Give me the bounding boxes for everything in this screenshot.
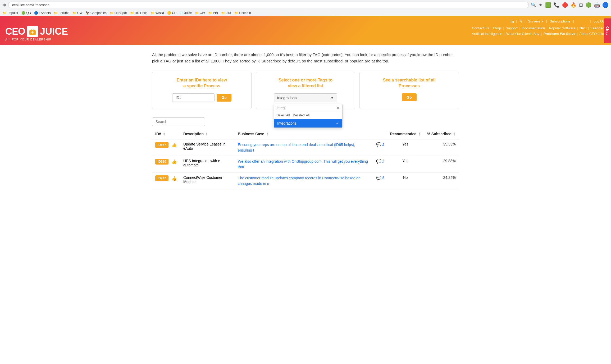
id-cell: ID667 👍 <box>152 139 180 156</box>
bookmarks-bar: 📁 Popular 🟢 QB 🔵 TSheets 📁 Forums 📁 CW 🦅… <box>0 10 611 16</box>
id-number-input[interactable] <box>172 93 215 102</box>
id-badge[interactable]: ID530 <box>155 159 168 165</box>
popular-software-nav[interactable]: Popular Software <box>549 26 576 30</box>
id-cell: ID530 👍 <box>152 156 180 173</box>
bookmark-popular[interactable]: 📁 Popular <box>3 11 18 15</box>
tag-dropdown-wrapper: Integrations ▼ ✕ Select All Deselect All <box>274 93 337 102</box>
table-row: ID530 👍 UPS Integration with e-automate … <box>152 156 459 173</box>
tsheets-icon: 🔵 <box>34 11 38 15</box>
ext-icon-1[interactable]: 🟩 <box>545 2 551 8</box>
id-box-input: Go <box>158 93 246 102</box>
col-subscribed[interactable]: % Subscribed ▲▼ <box>424 129 459 139</box>
bookmark-qb[interactable]: 🟢 QB <box>21 11 31 15</box>
bookmark-companies[interactable]: 🦅 Companies <box>86 11 107 15</box>
comment-icon[interactable]: 💬 <box>376 175 381 180</box>
nps-nav[interactable]: NPS <box>580 26 587 30</box>
ext-icon-7[interactable]: 🤖 <box>594 2 600 8</box>
bookmark-label: CP <box>172 11 176 15</box>
about-nav[interactable]: About CEO Juice <box>579 32 606 36</box>
bookmark-cw2[interactable]: 📁 CW <box>195 11 205 15</box>
dropdown-actions: Select All Deselect All <box>274 112 342 119</box>
bookmark-linkedin[interactable]: 📁 LinkedIn <box>234 11 251 15</box>
business-case-cell: We also offer an integration with OnShip… <box>235 156 373 173</box>
star-icon[interactable]: ★ <box>539 2 542 7</box>
deselect-all-btn[interactable]: Deselect All <box>293 113 309 117</box>
search-icon[interactable]: 🔍 <box>531 2 536 7</box>
documentation-nav[interactable]: Documentation <box>522 26 545 30</box>
address-bar[interactable]: ceojuice.com/Processes <box>8 2 529 8</box>
info-icon[interactable]: 𝒊 <box>382 159 384 164</box>
folder-icon: 📁 <box>221 11 225 15</box>
bookmark-tsheets[interactable]: 🔵 TSheets <box>34 11 51 15</box>
support-nav[interactable]: Support <box>506 26 518 30</box>
thumb-icon[interactable]: 👍 <box>172 159 177 164</box>
col-description[interactable]: Description ▲▼ <box>180 129 235 139</box>
tag-dropdown[interactable]: Integrations ▼ <box>274 93 337 102</box>
bookmark-label: CW <box>200 11 205 15</box>
logo-box: CEO JUICE <box>5 26 68 37</box>
info-icon[interactable]: 𝒊 <box>382 142 384 147</box>
bookmark-wistia[interactable]: 📁 Wistia <box>151 11 164 15</box>
linkedin-icon[interactable]: in <box>510 19 514 24</box>
bookmark-cp[interactable]: 🟡 CP <box>167 11 176 15</box>
col-recommended[interactable]: Recommended ▲▼ <box>387 129 424 139</box>
subscriptions-nav[interactable]: Subscriptions <box>550 19 570 23</box>
ext-icon-4[interactable]: 🔥 <box>571 2 576 8</box>
business-case-cell: The customer module updates company reco… <box>235 173 373 189</box>
bookmark-hubspot[interactable]: 📁 HubSpot <box>110 11 127 15</box>
processes-table: ID# ▲▼ Description ▲▼ Business Case ▲▼ R… <box>152 129 459 189</box>
bookmark-label: LinkedIn <box>239 11 251 15</box>
select-all-btn[interactable]: Select All <box>277 113 290 117</box>
juice-icon: ✉️ <box>180 11 184 15</box>
feedback-nav[interactable]: Feedback <box>591 26 606 30</box>
bookmark-hslinks[interactable]: 📁 HS Links <box>130 11 148 15</box>
problems-nav[interactable]: Problems We Solve <box>543 32 575 36</box>
all-go-button[interactable]: Go <box>402 93 416 101</box>
chat-button[interactable]: Chat <box>604 19 611 43</box>
bookmark-jira[interactable]: 📁 Jira <box>221 11 231 15</box>
clients-nav[interactable]: What Our Clients Say <box>506 32 539 36</box>
profile-nav[interactable]: Profile <box>577 19 587 23</box>
col-business-case[interactable]: Business Case ▲▼ <box>235 129 373 139</box>
business-case-link[interactable]: The customer module updates company reco… <box>238 176 361 186</box>
id-cell: ID747 👍 <box>152 173 180 189</box>
comment-icon[interactable]: 💬 <box>376 159 381 164</box>
dropdown-search-input[interactable] <box>277 106 335 110</box>
url-text: ceojuice.com/Processes <box>12 3 49 7</box>
bookmark-pbi[interactable]: 📁 PBI <box>208 11 218 15</box>
comment-icon[interactable]: 💬 <box>376 142 381 147</box>
id-badge[interactable]: ID667 <box>155 142 168 148</box>
ext-icon-3[interactable]: 🔴 <box>562 2 568 8</box>
surveys-nav[interactable]: Surveys ▼ <box>528 19 544 23</box>
blogs-nav[interactable]: Blogs <box>493 26 502 30</box>
col-actions <box>373 129 387 139</box>
dropdown-option-integrations[interactable]: Integrations ✓ <box>274 119 342 128</box>
site-header: in | 𝕏 | Surveys ▼ | Subscriptions | Pro… <box>0 16 611 45</box>
thumb-icon[interactable]: 👍 <box>172 176 177 181</box>
header-nav-right: Contact Us | Blogs | Support | Documenta… <box>472 26 606 36</box>
ext-icon-8[interactable]: 8 <box>603 2 608 8</box>
twitter-icon[interactable]: 𝕏 <box>519 19 522 24</box>
folder-icon: 📁 <box>54 11 58 15</box>
all-box-title: See a searchable list of allProcesses <box>365 77 453 89</box>
contact-nav[interactable]: Contact Us <box>472 26 489 30</box>
id-badge[interactable]: ID747 <box>155 175 168 181</box>
table-search-input[interactable] <box>152 117 205 126</box>
business-case-link[interactable]: We also offer an integration with OnShip… <box>238 159 368 169</box>
bookmark-cw[interactable]: 📁 CW <box>72 11 83 15</box>
ext-icon-6[interactable]: 🟢 <box>586 2 591 8</box>
ai-nav[interactable]: Artificial Intelligence <box>472 32 502 36</box>
folder-icon: 📁 <box>195 11 199 15</box>
bookmark-juice[interactable]: ✉️ Juice <box>180 11 192 15</box>
dropdown-search-row: ✕ <box>274 104 342 112</box>
bookmark-forums[interactable]: 📁 Forums <box>54 11 69 15</box>
ext-icon-5[interactable]: ⊞ <box>579 2 583 8</box>
col-id[interactable]: ID# ▲▼ <box>152 129 180 139</box>
id-go-button[interactable]: Go <box>217 94 231 102</box>
business-case-link[interactable]: Ensuring your reps are on top of lease e… <box>238 143 355 152</box>
ext-icon-2[interactable]: 📞 <box>554 2 559 8</box>
folder-icon: 📁 <box>110 11 114 15</box>
dropdown-clear-icon[interactable]: ✕ <box>336 106 340 110</box>
info-icon[interactable]: 𝒊 <box>382 176 384 180</box>
thumb-icon[interactable]: 👍 <box>172 143 177 148</box>
